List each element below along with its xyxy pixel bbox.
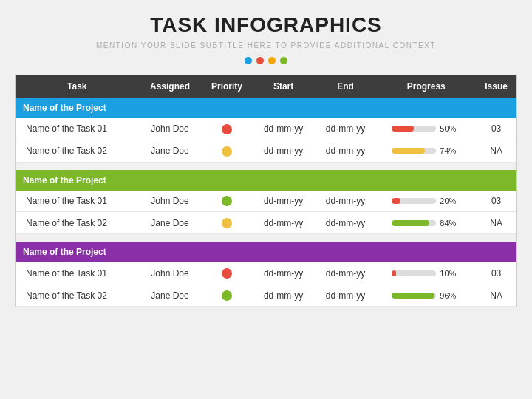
group-separator bbox=[16, 162, 516, 170]
cell-priority bbox=[201, 191, 252, 212]
slide-dot bbox=[256, 57, 264, 64]
priority-dot-icon bbox=[222, 146, 232, 157]
slide-dot bbox=[268, 57, 276, 64]
slide-dots bbox=[245, 57, 287, 64]
progress-percentage: 10% bbox=[440, 269, 460, 278]
cell-assigned: John Doe bbox=[139, 262, 202, 284]
group-header-row: Name of the Project bbox=[16, 170, 516, 191]
slide-dot bbox=[245, 57, 252, 64]
cell-assigned: John Doe bbox=[139, 191, 202, 212]
cell-issue: NA bbox=[476, 140, 516, 162]
progress-fill bbox=[392, 270, 396, 276]
cell-issue: 03 bbox=[476, 118, 516, 140]
progress-track bbox=[392, 220, 436, 226]
cell-start: dd-mm-yy bbox=[253, 140, 315, 162]
cell-task: Name of the Task 02 bbox=[16, 140, 139, 162]
progress-fill bbox=[392, 148, 424, 154]
cell-assigned: Jane Doe bbox=[139, 140, 202, 162]
table-row: Name of the Task 02Jane Doedd-mm-yydd-mm… bbox=[16, 284, 516, 307]
cell-end: dd-mm-yy bbox=[315, 140, 377, 162]
cell-progress: 10% bbox=[376, 262, 476, 284]
progress-percentage: 20% bbox=[440, 197, 460, 205]
cell-start: dd-mm-yy bbox=[253, 262, 315, 284]
cell-end: dd-mm-yy bbox=[315, 262, 377, 284]
slide-dot bbox=[280, 57, 287, 64]
priority-dot-icon bbox=[222, 268, 232, 279]
progress-fill bbox=[392, 220, 429, 226]
progress-track bbox=[392, 198, 436, 204]
cell-task: Name of the Task 02 bbox=[16, 284, 139, 307]
cell-assigned: Jane Doe bbox=[139, 212, 202, 234]
progress-track bbox=[392, 270, 436, 276]
cell-end: dd-mm-yy bbox=[315, 284, 377, 307]
col-priority: Priority bbox=[201, 75, 252, 98]
cell-issue: NA bbox=[476, 212, 516, 234]
cell-priority bbox=[201, 212, 252, 234]
table-row: Name of the Task 01John Doedd-mm-yydd-mm… bbox=[16, 118, 516, 140]
priority-dot-icon bbox=[222, 196, 232, 206]
progress-fill bbox=[392, 198, 400, 204]
table-row: Name of the Task 02Jane Doedd-mm-yydd-mm… bbox=[16, 140, 516, 162]
col-end: End bbox=[315, 75, 377, 98]
priority-dot-icon bbox=[222, 290, 232, 301]
cell-task: Name of the Task 01 bbox=[16, 262, 139, 284]
table-row: Name of the Task 01John Doedd-mm-yydd-mm… bbox=[16, 262, 516, 284]
cell-progress: 96% bbox=[376, 284, 476, 307]
group-separator bbox=[16, 234, 516, 242]
group-header-row: Name of the Project bbox=[16, 98, 516, 118]
cell-start: dd-mm-yy bbox=[253, 284, 315, 307]
cell-start: dd-mm-yy bbox=[253, 212, 315, 234]
cell-progress: 20% bbox=[376, 191, 476, 212]
priority-dot-icon bbox=[222, 218, 232, 228]
cell-start: dd-mm-yy bbox=[253, 191, 315, 212]
cell-priority bbox=[201, 262, 252, 284]
cell-start: dd-mm-yy bbox=[253, 118, 315, 140]
cell-task: Name of the Task 01 bbox=[16, 191, 139, 212]
cell-progress: 50% bbox=[376, 118, 476, 140]
priority-dot-icon bbox=[222, 124, 232, 134]
progress-percentage: 74% bbox=[440, 146, 460, 155]
progress-percentage: 50% bbox=[440, 124, 460, 133]
table-row: Name of the Task 01John Doedd-mm-yydd-mm… bbox=[16, 191, 516, 212]
progress-track bbox=[392, 126, 436, 132]
cell-end: dd-mm-yy bbox=[315, 118, 377, 140]
col-assigned: Assigned bbox=[139, 75, 202, 98]
main-table: Task Assigned Priority Start End Progres… bbox=[15, 75, 517, 307]
col-start: Start bbox=[253, 75, 315, 98]
page-subtitle: MENTION YOUR SLIDE SUBTITLE HERE TO PROV… bbox=[96, 41, 436, 50]
cell-assigned: John Doe bbox=[139, 118, 202, 140]
cell-issue: 03 bbox=[476, 262, 516, 284]
cell-end: dd-mm-yy bbox=[315, 212, 377, 234]
progress-percentage: 84% bbox=[440, 219, 460, 228]
progress-track bbox=[392, 293, 436, 299]
table-header-row: Task Assigned Priority Start End Progres… bbox=[16, 75, 516, 98]
col-progress: Progress bbox=[376, 75, 476, 98]
progress-fill bbox=[392, 126, 414, 132]
cell-priority bbox=[201, 284, 252, 307]
cell-assigned: Jane Doe bbox=[139, 284, 202, 307]
table-row: Name of the Task 02Jane Doedd-mm-yydd-mm… bbox=[16, 212, 516, 234]
progress-track bbox=[392, 148, 436, 154]
group-header-row: Name of the Project bbox=[16, 242, 516, 262]
cell-task: Name of the Task 02 bbox=[16, 212, 139, 234]
cell-priority bbox=[201, 140, 252, 162]
cell-task: Name of the Task 01 bbox=[16, 118, 139, 140]
cell-issue: 03 bbox=[476, 191, 516, 212]
cell-issue: NA bbox=[476, 284, 516, 307]
progress-percentage: 96% bbox=[440, 291, 460, 300]
cell-end: dd-mm-yy bbox=[315, 191, 377, 212]
cell-progress: 74% bbox=[376, 140, 476, 162]
cell-priority bbox=[201, 118, 252, 140]
progress-fill bbox=[392, 293, 434, 299]
page-title: TASK INFOGRAPHICS bbox=[150, 13, 382, 37]
cell-progress: 84% bbox=[376, 212, 476, 234]
col-issue: Issue bbox=[476, 75, 516, 98]
col-task: Task bbox=[16, 75, 139, 98]
